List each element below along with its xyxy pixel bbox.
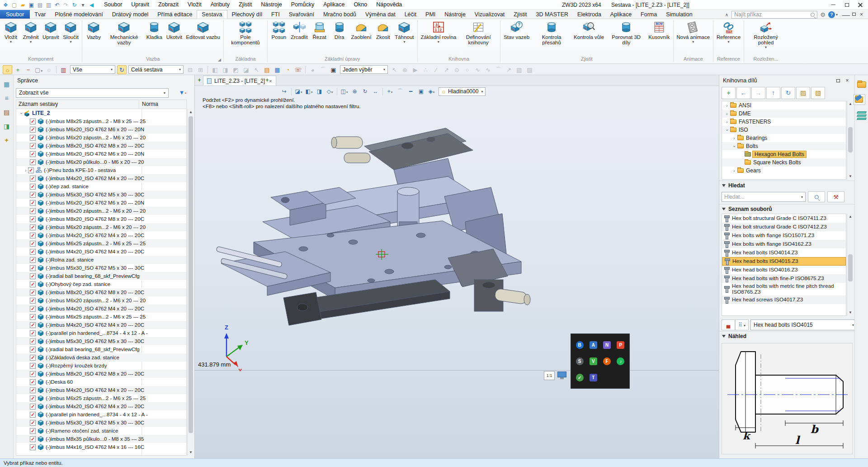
add-entity-icon[interactable]: + <box>13 65 23 74</box>
tab-pmi[interactable]: PMI <box>421 10 440 19</box>
checkbox[interactable]: ✓ <box>30 428 36 434</box>
undo-icon[interactable]: ↶ <box>53 0 61 10</box>
tree-row[interactable]: ✓(-)čep zad. stanice <box>16 182 186 191</box>
checkbox[interactable]: ✓ <box>30 281 36 287</box>
open-file-icon[interactable]: ▰ <box>19 0 27 10</box>
tree-row[interactable]: ✓(-)imbus M5x30_ISO 4762 M5 x 30 --- 30C <box>16 264 186 272</box>
tree-row[interactable]: ✓(-)imbus M6x25 zápustn...2 - M6 x 25 --… <box>16 239 186 248</box>
render-manager-icon[interactable]: ◨ <box>2 121 12 131</box>
scale-1-1-icon[interactable]: 1:1 <box>544 371 555 380</box>
viewport-canvas[interactable]: ↪◪▾◧▾◨◇▾◫▾⊕↻↔+▾⌒━▣◈▾☼Hladina0000▾ Podrže… <box>195 86 719 458</box>
monitor-icon[interactable] <box>557 371 567 380</box>
menu-vlo-it[interactable]: Vložit <box>183 0 206 10</box>
material-icon[interactable]: ◈▾ <box>427 87 436 96</box>
ribbon-button-slou-it[interactable]: Sloučit▾ <box>61 19 80 44</box>
remove-entity-icon[interactable]: − <box>24 65 33 74</box>
app-red-icon[interactable]: P <box>617 341 624 349</box>
tab-tvar[interactable]: Tvar <box>30 10 50 19</box>
app-green-icon[interactable]: V <box>590 357 597 365</box>
tree-row[interactable]: ✓(-)imbus M6x25 zápustn...2 - M6 x 25 --… <box>16 394 186 402</box>
file-hex-bolts-with-flange-iso15071-z3[interactable]: Hex bolts with flange ISO15071.Z3 <box>722 231 846 240</box>
scope-combo[interactable]: Celá sestava▾ <box>128 65 184 74</box>
tree-row[interactable]: ✓(-)imbus M6x20 zápustn...2 - M6 x 20 --… <box>16 133 186 142</box>
chevron-right-icon[interactable]: › <box>24 168 28 173</box>
ribbon-button-kontrola-v-le[interactable]: Kontrola vůle <box>572 19 606 40</box>
checkbox[interactable]: ✓ <box>30 233 36 238</box>
batch-print-icon[interactable]: ▥ <box>44 0 53 10</box>
pick-mode-icon[interactable]: ▣ <box>329 65 338 74</box>
pan-view-icon[interactable]: ↔ <box>371 87 380 96</box>
layer-combo[interactable]: ☼Hladina0000▾ <box>439 87 486 96</box>
help-dropdown-icon[interactable]: ▾ <box>836 13 838 17</box>
file-hex-bolt-structural-grade-c-iso7412-z3[interactable]: Hex bolt structural Grade C ISO7412.Z3 <box>722 223 846 231</box>
tree-row[interactable]: ✓(-)imbus M5x30_ISO 4762 M5 x 30 --- 30C <box>16 337 186 345</box>
background-icon[interactable]: ▣ <box>416 87 426 96</box>
export-folder-icon[interactable]: ▧ <box>811 87 825 99</box>
filter-list-icon[interactable]: ▥ <box>59 65 68 74</box>
tree-row[interactable]: ✓(-)imbus M8x20_ISO 4762 M8 x 20 --- 20C <box>16 215 186 223</box>
section-view-icon[interactable]: ◫▾ <box>340 87 349 96</box>
pick-box-icon[interactable]: ▢▾ <box>34 65 43 74</box>
file-scrollbar[interactable]: ▲ ▼ <box>847 214 854 316</box>
library-manager-icon[interactable]: ▤ <box>2 107 12 117</box>
checkbox[interactable]: ✓ <box>30 322 36 328</box>
back-icon[interactable]: ← <box>736 87 750 99</box>
ribbon-button-reference[interactable]: Reference▾ <box>715 19 742 44</box>
import-folder-icon[interactable]: ▨ <box>796 87 810 99</box>
folder-fasteners[interactable]: ›FASTENERS <box>722 118 846 126</box>
tab-simulation[interactable]: Simulation <box>661 10 697 19</box>
checkbox[interactable]: ✓ <box>30 192 36 198</box>
checkbox[interactable]: ✓ <box>30 257 36 263</box>
ribbon-button-upravit[interactable]: Upravit <box>41 19 61 40</box>
save-icon[interactable]: ▣ <box>27 0 36 10</box>
menu-aplikace[interactable]: Aplikace <box>319 0 349 10</box>
checkbox[interactable]: ✓ <box>30 412 36 418</box>
redo-icon[interactable]: ↷ <box>61 0 70 10</box>
menu-atributy[interactable]: Atributy <box>206 0 234 10</box>
checkbox[interactable]: ✓ <box>30 241 36 247</box>
tab-plo-n-modelov-n[interactable]: Plošné modelování <box>50 10 107 19</box>
tree-row[interactable]: ✓(-)imbus M6x20 zápustn...2 - M6 x 20 --… <box>16 207 186 215</box>
tab-aplikace[interactable]: Aplikace <box>606 10 636 19</box>
tree-row[interactable]: ✓(-)imbus M6x20_ISO 4762 M6 x 20 --- 20N <box>16 125 186 133</box>
refresh-icon[interactable]: ↻ <box>781 87 795 99</box>
menu-okno[interactable]: Okno <box>349 0 372 10</box>
tree-row[interactable]: ✓(-)imbus M6x20 zápustn...2 - M6 x 20 --… <box>16 223 186 231</box>
tree-row[interactable]: ✓(-)imbus M4x20_ISO 4762 M4 x 20 --- 20C <box>16 321 186 329</box>
checkbox[interactable]: ✓ <box>30 387 36 393</box>
reuse-library-tab-icon[interactable] <box>854 94 865 105</box>
panel-close-icon[interactable]: × <box>843 77 852 84</box>
tab-soubor[interactable]: Soubor <box>0 10 30 19</box>
tree-root-row[interactable]: ›LITE_2 <box>16 109 186 117</box>
ribbon-button-kusovn-k[interactable]: Kusovník <box>646 19 671 40</box>
restore-button[interactable] <box>840 0 854 10</box>
shade-mode-icon[interactable]: ◨ <box>315 87 324 96</box>
tree-row[interactable]: ✓(-)Základová deska zad. stanice <box>16 353 186 362</box>
tab-p-m-editace[interactable]: Přímá editace <box>153 10 197 19</box>
tree-row[interactable]: ✓(-)imbus M8x20_ISO 4762 M8 x 20 --- 20C <box>16 288 186 296</box>
spotify-icon[interactable]: ♪ <box>617 357 624 365</box>
app-purple-icon[interactable]: N <box>603 341 611 349</box>
chevron-right-icon[interactable]: › <box>725 103 729 108</box>
checkbox[interactable]: ✓ <box>30 216 36 222</box>
checkbox[interactable]: ✓ <box>30 347 36 353</box>
tree-row[interactable]: ✓(-)imbus M4x16_ISO 4762 M4 x 16 --- 16C <box>16 443 186 451</box>
arc-measure-icon[interactable]: ⌒ <box>396 87 405 96</box>
ribbon-button-ukotvit[interactable]: Ukotvit <box>164 19 184 40</box>
assembly-manager-icon[interactable]: ≡ <box>2 93 12 103</box>
tree-row[interactable]: ✓(-)imbus M4x20_ISO 4762 M4 x 20 --- 20C <box>16 305 186 313</box>
highlight-toggle-icon[interactable]: ☼ <box>3 65 12 74</box>
lasso-pick-icon[interactable]: ◌ <box>44 65 54 74</box>
filter-funnel-icon[interactable]: ▼× <box>177 88 187 98</box>
new-tab-icon-left[interactable]: + <box>196 77 203 84</box>
new-tab-icon-right[interactable]: + <box>264 77 271 84</box>
tree-row[interactable]: ✓(-)imbus M8x20_ISO 4762 M8 x 20 --- 20C <box>16 370 186 378</box>
chevron-right-icon[interactable]: › <box>725 119 729 124</box>
ribbon-button-definov-n-knihovny[interactable]: Definování knihovny <box>458 19 499 45</box>
ribbon-button-d-ra[interactable]: Díra <box>330 19 349 40</box>
checkbox[interactable]: ✓ <box>30 444 36 450</box>
file-hex-head-bolts-with-metric-fine-pitch-thread-iso8765-z3[interactable]: Hex head bolts with metric fine pitch th… <box>722 283 846 295</box>
checkbox[interactable]: ✓ <box>30 224 36 230</box>
tree-scrollbar[interactable]: ▲ ▼ <box>187 109 194 456</box>
flag-icon[interactable]: ◀ <box>87 0 96 10</box>
